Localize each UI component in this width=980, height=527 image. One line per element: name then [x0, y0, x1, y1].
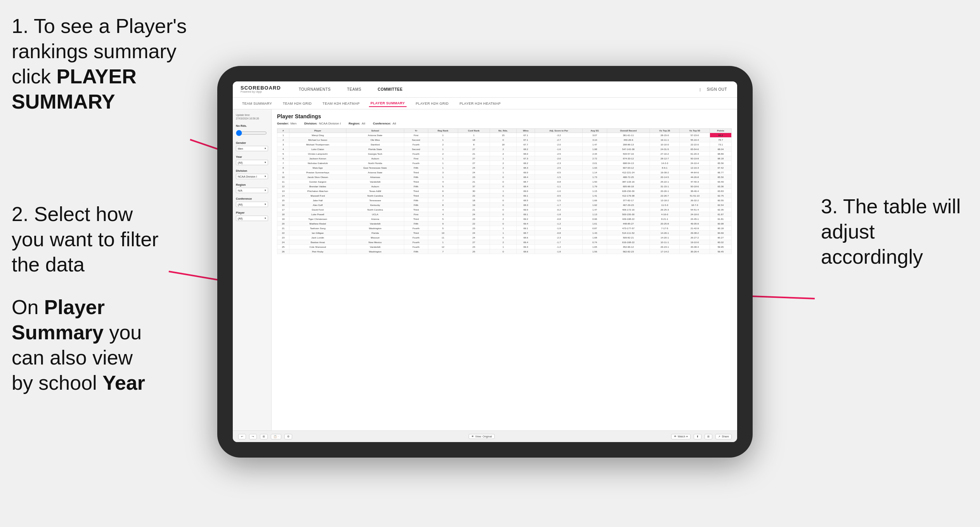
- table-row: 7Nicholas GabrelcikNorth FloridaFourth12…: [277, 161, 732, 166]
- table-row: 25Cole SherwoodVanderbiltFourth1223169.3…: [277, 245, 732, 249]
- col-points: Points: [710, 129, 731, 133]
- sidebar-no-rds: No Rds.: [236, 124, 268, 137]
- filter-region: Region: All: [348, 122, 365, 125]
- table-row: 12Brendan ValdesAuburnFifth537068.4-1.11…: [277, 184, 732, 189]
- table-area: Player Standings Gender: Men Division: N…: [272, 109, 737, 430]
- filter-conference: Conference: All: [373, 122, 396, 125]
- share-icon: ↗: [718, 435, 720, 438]
- logo-text: SCOREBOARD: [241, 85, 281, 90]
- table-row: 26Petr HrubyWashingtonFifth725068.6-1.81…: [277, 249, 732, 254]
- filter-gender: Gender: Men: [277, 122, 296, 125]
- table-row: 19Tiger ChristensenArizonaThird523269.2-…: [277, 217, 732, 221]
- redo-button[interactable]: ↪: [249, 434, 257, 439]
- chevron-down-icon: ▾: [265, 147, 266, 150]
- nav-signout[interactable]: Sign out: [705, 86, 729, 93]
- tablet-screen: SCOREBOARD Powered by clippi TOURNAMENTS…: [233, 81, 737, 442]
- table-row: 18Luke PowellUCLAFirst424069.1-1.81.1350…: [277, 212, 732, 217]
- table-row: 20Matthew RiedelVanderbiltFifth922069.4-…: [277, 221, 732, 226]
- chevron-down-icon-div: ▾: [265, 175, 266, 178]
- table-row: 6Jackson KoivunAuburnFirst127167.3-2.02.…: [277, 156, 732, 161]
- chevron-down-icon-year: ▾: [265, 161, 266, 164]
- bottom-toolbar: ↩ ↪ ⊞ 📋 · ⚙ 👁 View: Original 👁 Watch ▾ ⬆…: [233, 430, 737, 442]
- table-row: 4Luke ClatonFlorida StateSecond127268.2-…: [277, 147, 732, 152]
- chevron-down-icon-conf: ▾: [265, 203, 266, 206]
- toolbar-left: ↩ ↪ ⊞ 📋 · ⚙: [238, 434, 292, 439]
- subnav-player-h2h-grid[interactable]: PLAYER H2H GRID: [414, 100, 450, 107]
- sidebar-player-section: Player (All) ▾: [236, 211, 268, 221]
- table-row: 8Mats EgeEast Tennessee StateFifth124268…: [277, 166, 732, 170]
- standings-table: # Player School Yr Reg Rank Conf Rank No…: [277, 128, 732, 254]
- undo-button[interactable]: ↩: [238, 434, 246, 439]
- nav-right: | Sign out: [700, 86, 729, 93]
- table-row: 17David FordNorth CarolinaThird421069.0-…: [277, 207, 732, 212]
- logo-sub: Powered by clippi: [241, 90, 281, 93]
- col-vs-top50: Vs Top 50: [680, 129, 710, 133]
- col-yr: Yr: [404, 129, 428, 133]
- sidebar-gender-section: Gender Men ▾: [236, 141, 268, 151]
- table-row: 13Phichaksn MaichonTexas A&MThird630169.…: [277, 189, 732, 194]
- subnav-team-h2h-heatmap[interactable]: TEAM H2H HEATMAP: [321, 100, 361, 107]
- instruction-step3: 3. The table will adjust accordingly: [821, 194, 968, 270]
- main-content: Update time: 27/03/2024 16:56:26 No Rds.…: [233, 109, 737, 430]
- export-button[interactable]: ⬆: [694, 434, 701, 439]
- table-row: 5Christo LamprechtGeorgia TechFourth2212…: [277, 152, 732, 156]
- gender-dropdown[interactable]: Men ▾: [236, 146, 268, 151]
- table-row: 23Jack LundinMissouriFourth1124068.6-2.3…: [277, 235, 732, 240]
- table-row: 2Michael Le SassoOle MissSecond118067.1-…: [277, 138, 732, 142]
- table-row: 21Taehoon SongWashingtonFourth523169.1-1…: [277, 226, 732, 231]
- year-dropdown[interactable]: (All) ▾: [236, 160, 268, 165]
- division-dropdown[interactable]: NCAA Division I ▾: [236, 174, 268, 179]
- col-player: Player: [289, 129, 346, 133]
- sidebar-region-section: Region N/A ▾: [236, 183, 268, 193]
- watch-button[interactable]: 👁 Watch ▾: [671, 434, 691, 439]
- sidebar: Update time: 27/03/2024 16:56:26 No Rds.…: [233, 109, 272, 430]
- col-school: School: [346, 129, 404, 133]
- region-dropdown[interactable]: N/A ▾: [236, 188, 268, 193]
- col-vs-top25: Vs Top 25: [650, 129, 680, 133]
- no-rds-slider[interactable]: [236, 130, 267, 136]
- conference-dropdown[interactable]: (All) ▾: [236, 202, 268, 207]
- subnav-team-summary[interactable]: TEAM SUMMARY: [241, 100, 274, 107]
- sidebar-update: Update time: 27/03/2024 16:56:26: [236, 113, 268, 120]
- subnav-team-h2h-grid[interactable]: TEAM H2H GRID: [281, 100, 313, 107]
- subnav-player-h2h-heatmap[interactable]: PLAYER H2H HEATMAP: [458, 100, 502, 107]
- grid-button[interactable]: ⊞: [705, 434, 712, 439]
- filter-row: Gender: Men Division: NCAA Division I Re…: [277, 122, 732, 125]
- col-adj-score: Adj. Score to Par: [535, 129, 583, 133]
- table-row: 10Jacob Skov OlesenArkansasFifth123068.4…: [277, 175, 732, 180]
- share-button[interactable]: ↗ Share: [715, 434, 732, 439]
- view-original-button[interactable]: 👁 View: Original: [469, 434, 495, 439]
- table-row: 16Alex GoffKentuckyFifth819068.3-1.71.92…: [277, 203, 732, 207]
- instruction-step1: 1. To see a Player's rankings summary cl…: [12, 14, 198, 114]
- subnav-player-summary[interactable]: PLAYER SUMMARY: [369, 100, 407, 107]
- nav-separator: |: [700, 88, 700, 92]
- sidebar-division-section: Division NCAA Division I ▾: [236, 169, 268, 179]
- table-row: 1Wenyi DingArizona StateFirst111567.1-3.…: [277, 133, 732, 138]
- sub-nav: TEAM SUMMARY TEAM H2H GRID TEAM H2H HEAT…: [233, 98, 737, 109]
- table-row: 14Maxwell FordNorth CarolinaThird322069.…: [277, 194, 732, 198]
- table-header-row: # Player School Yr Reg Rank Conf Rank No…: [277, 129, 732, 133]
- instruction-step2: 2. Select how you want to filter the dat…: [12, 202, 159, 277]
- tablet: SCOREBOARD Powered by clippi TOURNAMENTS…: [217, 66, 753, 458]
- col-avg-sg: Avg SG: [582, 129, 607, 133]
- col-wins: Wins: [517, 129, 535, 133]
- toolbar-right: 👁 Watch ▾ ⬆ ⊞ ↗ Share: [671, 434, 732, 439]
- table-title: Player Standings: [277, 113, 732, 119]
- toolbar-center: 👁 View: Original: [469, 434, 495, 439]
- sidebar-year-section: Year (All) ▾: [236, 155, 268, 165]
- table-row: 9Preston SummerhaysArizona StateThird324…: [277, 170, 732, 175]
- chevron-down-icon-region: ▾: [265, 189, 266, 192]
- col-conf-rank: Conf Rank: [458, 129, 490, 133]
- col-reg-rank: Reg Rank: [428, 129, 458, 133]
- nav-tournaments[interactable]: TOURNAMENTS: [296, 86, 333, 93]
- paste-button[interactable]: 📋 ·: [271, 434, 281, 439]
- table-row: 11Gordon SargentVanderbiltThird421068.7-…: [277, 180, 732, 184]
- table-row: 3Michael ThorbjornsenStanfordFourth28186…: [277, 142, 732, 147]
- chevron-down-icon-player: ▾: [265, 217, 266, 220]
- player-dropdown[interactable]: (All) ▾: [236, 216, 268, 221]
- nav-teams[interactable]: TEAMS: [345, 86, 364, 93]
- nav-committee[interactable]: COMMITTEE: [375, 86, 405, 93]
- settings-button[interactable]: ⚙: [284, 434, 292, 439]
- table-row: 15Jake HallTennesseeFifth718068.5-1.51.6…: [277, 198, 732, 203]
- copy-button[interactable]: ⊞: [260, 434, 268, 439]
